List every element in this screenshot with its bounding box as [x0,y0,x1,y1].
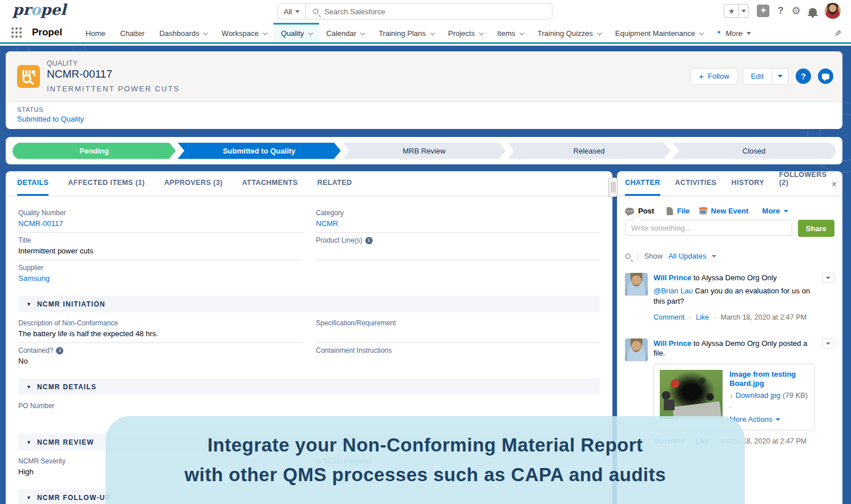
share-button[interactable]: Share [798,220,834,237]
favorites-dropdown-button[interactable] [739,4,749,18]
chevron-down-icon [778,75,783,78]
category-link[interactable]: NCMR [316,219,600,228]
calendar-icon [699,207,707,215]
global-header: propel All ★ + ? ⚙ [0,0,851,23]
path-stage-closed[interactable]: Closed [672,143,836,159]
write-something-input[interactable] [625,220,792,236]
tab-history[interactable]: HISTORY [731,179,764,196]
chevron-down-icon [361,30,365,35]
chevron-down-icon [597,30,602,35]
nav-tab-home[interactable]: Home [78,23,113,42]
chevron-down-icon [519,30,524,35]
nav-tab-equipment-maintenance[interactable]: Equipment Maintenance [608,23,710,42]
panel-resize-handle[interactable] [608,178,618,197]
follow-button[interactable]: +Follow [690,68,737,85]
path-stage-pending[interactable]: Pending [13,143,176,159]
nav-tab-quality[interactable]: Quality [273,23,318,42]
tab-chatter[interactable]: CHATTER [625,179,660,196]
tab-activities[interactable]: ACTIVITIES [675,179,717,196]
nav-tab-calendar[interactable]: Calendar [319,23,372,42]
info-icon[interactable]: i [56,347,63,354]
edit-nav-pencil-icon[interactable]: ✎ [834,29,842,39]
avatar[interactable] [625,273,648,296]
feed-filter-selector[interactable]: All Updates [668,252,706,260]
chevron-down-icon [430,30,434,35]
nav-tab-dashboards[interactable]: Dashboards [152,23,214,42]
post-menu-button[interactable] [822,338,834,349]
section-collapse-icon: ▼ [26,495,31,501]
quality-number-link[interactable]: NCMR-00117 [18,219,303,228]
chevron-down-icon [776,418,780,421]
path-stage-released[interactable]: Released [507,143,671,159]
file-more-actions-dropdown[interactable]: More Actions [729,415,809,424]
edit-dropdown-button[interactable] [772,68,789,85]
search-scope-label: All [284,7,292,16]
user-avatar[interactable] [825,3,841,19]
field-spacer [316,260,600,288]
path-stage-submitted-to-quality[interactable]: Submitted to Quality [178,143,341,159]
nav-tab-training-quizzes[interactable]: Training Quizzes [530,23,608,42]
global-actions-button[interactable]: + [757,5,769,17]
like-link[interactable]: Like [696,313,709,321]
tab-attachments[interactable]: ATTACHMENTS [242,179,298,196]
info-icon[interactable]: i [365,237,373,244]
close-icon[interactable]: × [832,179,837,189]
file-name-link[interactable]: Image from testingBoard.jpg [729,370,809,388]
avatar[interactable] [625,338,648,361]
post-author-link[interactable]: Will Prince [654,339,691,348]
tab-related[interactable]: RELATED [317,179,352,196]
section-ncmr-initiation[interactable]: ▼ NCMR INITIATION [18,296,600,312]
quality-record-icon [17,65,40,88]
field-product-lines: Product Line(s)i [316,233,600,260]
status-value-link[interactable]: Submitted to Quality [17,115,831,123]
help-button[interactable]: ? [777,5,783,17]
tab-approvers[interactable]: APPROVERS (3) [164,179,223,196]
field-contained: Contained?i No [18,343,303,370]
post-menu-button[interactable] [822,273,834,283]
download-link[interactable]: Download jpg [736,391,781,400]
record-subtitle: INTERMITTENT POWER CUTS [47,84,180,93]
chevron-down-icon [747,32,751,35]
supplier-link[interactable]: Samsung [18,274,303,283]
field-quality-number: Quality Number NCMR-00117 [18,205,303,233]
app-launcher-button[interactable] [7,23,26,42]
new-event-action[interactable]: New Event [699,207,749,215]
divider: | [636,252,638,260]
search-input[interactable] [324,7,513,16]
nav-tab-items[interactable]: Items [490,23,530,42]
help-circle-button[interactable]: ? [796,68,811,84]
nav-tab-chatter[interactable]: Chatter [113,23,152,42]
chevron-down-icon [308,30,313,35]
chatter-tabs: CHATTER ACTIVITIES HISTORY FOLLOWERS (2)… [617,171,842,196]
feed-search-icon[interactable] [625,253,631,259]
more-actions-dropdown[interactable]: More [762,207,788,215]
record-name: NCMR-00117 [47,68,180,80]
tab-followers[interactable]: FOLLOWERS (2) [779,171,834,196]
post-action[interactable]: Post [625,207,654,215]
setup-gear-button[interactable]: ⚙ [792,5,801,17]
comment-link[interactable]: Comment [654,313,684,321]
field-description-of-non-conformance: Description of Non-Conformance The batte… [18,316,303,343]
path-stage-mrb-review[interactable]: MRB Review [342,143,506,159]
file-thumbnail-image[interactable] [660,370,723,419]
tab-affected-items[interactable]: AFFECTED ITEMS (1) [68,179,144,196]
bell-icon [809,8,817,15]
mention-link[interactable]: @Brian Lau [654,287,693,295]
post-author-link[interactable]: Will Prince [654,273,691,282]
nav-tab-training-plans[interactable]: Training Plans [371,23,441,42]
path-card: Pending Submitted to Quality MRB Review … [6,137,842,164]
record-title-block: QUALITY NCMR-00117 INTERMITTENT POWER CU… [47,59,180,93]
chat-assistant-button[interactable] [818,68,833,84]
notifications-bell-button[interactable] [809,7,817,15]
tab-details[interactable]: DETAILS [17,179,49,196]
favorites-star-button[interactable]: ★ [724,4,739,18]
nav-tab-projects[interactable]: Projects [441,23,490,42]
edit-button[interactable]: Edit [743,68,772,85]
search-scope-dropdown[interactable]: All [278,4,306,19]
field-category: Category NCMR [316,205,600,233]
section-ncmr-details[interactable]: ▼ NCMR DETAILS [18,378,600,395]
temp-tab-marker: * [717,29,720,38]
nav-tab-workspace[interactable]: Workspace [214,23,273,42]
file-action[interactable]: File [667,207,689,215]
nav-tab-more[interactable]: *More [710,23,759,42]
